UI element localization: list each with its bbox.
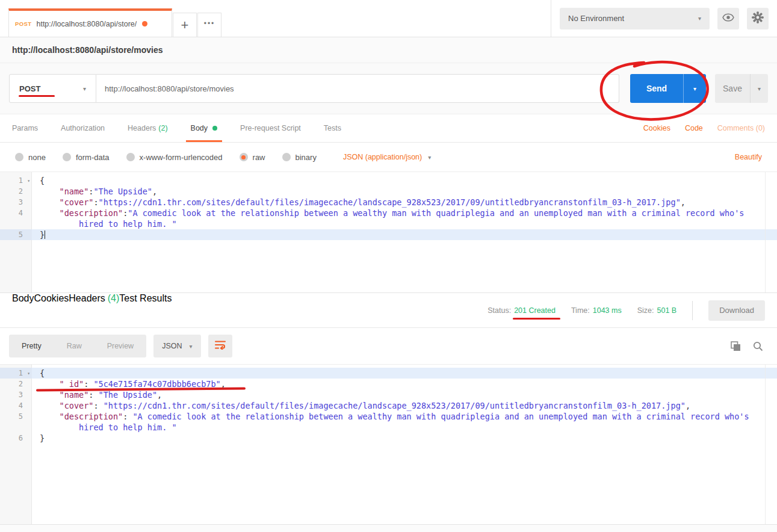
code-token: :	[84, 379, 93, 389]
code-line: 2 "_id": "5c4e715fa74c07dbbb6ecb7b",	[0, 379, 777, 389]
line-number: 1▾	[0, 368, 32, 379]
red-underline-annotation	[19, 95, 55, 97]
code-line: 4 "cover": "https://cdn1.thr.com/sites/d…	[0, 400, 777, 411]
download-button[interactable]: Download	[708, 300, 765, 321]
view-raw[interactable]: Raw	[54, 335, 94, 357]
code-line: 3 "name": "The Upside",	[0, 389, 777, 400]
code-token: }	[40, 433, 45, 443]
wrap-lines-button[interactable]	[208, 335, 232, 357]
bottom-scrollbar-strip[interactable]	[0, 524, 777, 532]
body-type-radio-x-www-form-urlencoded[interactable]: x-www-form-urlencoded	[126, 153, 223, 162]
line-number: 2	[0, 379, 32, 389]
code-row: "description":"A comedic look at the rel…	[40, 208, 777, 218]
comments-link[interactable]: Comments (0)	[717, 124, 765, 132]
code-content: "_id": "5c4e715fa74c07dbbb6ecb7b",	[32, 379, 777, 389]
tab-headers[interactable]: Headers(2)	[128, 114, 168, 142]
view-preview[interactable]: Preview	[94, 335, 146, 357]
code-token	[40, 208, 60, 218]
tab-label: Params	[12, 124, 38, 132]
environment-selector[interactable]: No Environment ▾	[560, 8, 710, 29]
radio-label: binary	[296, 153, 317, 162]
tab-tests[interactable]: Tests	[324, 114, 341, 142]
line-number: 4	[0, 208, 32, 229]
send-options-button[interactable]: ▾	[683, 74, 706, 103]
request-body-editor[interactable]: 1▾{2 "name":"The Upside",3 "cover":"http…	[0, 172, 777, 293]
response-format-selector[interactable]: JSON ▾	[153, 335, 200, 357]
fold-caret-icon[interactable]: ▾	[27, 368, 30, 379]
code-line: 4 "description":"A comedic look at the r…	[0, 208, 777, 229]
response-section-tabs: BodyCookiesHeaders(4)Test Results Status…	[0, 293, 777, 328]
open-request-tab[interactable]: POST http://localhost:8080/api/store/	[8, 8, 172, 37]
code-token: ,	[686, 401, 690, 410]
send-button[interactable]: Send	[630, 74, 683, 103]
save-button[interactable]: Save	[715, 74, 750, 103]
code-token: "description"	[60, 412, 123, 421]
request-section-tabs: ParamsAuthorizationHeaders(2)BodyPre-req…	[0, 114, 777, 143]
postman-app: POST http://localhost:8080/api/store/ + …	[0, 0, 777, 532]
tab-label: Body	[191, 124, 208, 132]
tab-body[interactable]: Body	[191, 114, 218, 142]
settings-button[interactable]	[747, 8, 769, 29]
code-row: "cover":"https://cdn1.thr.com/sites/defa…	[40, 197, 777, 208]
environment-quick-look-button[interactable]	[717, 8, 739, 29]
tab-pre-request-script[interactable]: Pre-request Script	[240, 114, 301, 142]
gear-icon	[752, 11, 764, 26]
tab-authorization[interactable]: Authorization	[61, 114, 105, 142]
content-type-selector[interactable]: JSON (application/json) ▾	[343, 153, 431, 161]
code-token: :	[93, 401, 103, 410]
tab-params[interactable]: Params	[12, 114, 38, 142]
line-number: 6	[0, 433, 32, 444]
more-tabs-button[interactable]: •••	[197, 13, 221, 37]
radio-label: x-www-form-urlencoded	[140, 153, 223, 162]
tab-url-label: http://localhost:8080/api/store/	[36, 20, 137, 28]
code-content: "cover": "https://cdn1.thr.com/sites/def…	[32, 400, 777, 411]
body-type-radio-form-data[interactable]: form-data	[63, 153, 110, 162]
fold-caret-icon[interactable]: ▾	[27, 176, 30, 187]
copy-button[interactable]	[731, 341, 741, 351]
tab-headers[interactable]: Headers(4)	[69, 293, 119, 327]
body-type-radio-raw[interactable]: raw	[240, 153, 265, 162]
code-row: "description": "A comedic look at the re…	[40, 411, 777, 422]
tab-test-results[interactable]: Test Results	[119, 293, 172, 327]
tab-method-badge: POST	[15, 20, 31, 27]
wrap-lines-icon	[214, 340, 226, 352]
response-actions	[731, 341, 768, 351]
request-title-bar: http://localhost:8080/api/store/movies	[0, 37, 777, 63]
radio-label: raw	[253, 153, 265, 162]
response-meta: Status:201 CreatedTime:1043 msSize:501 B…	[488, 293, 765, 327]
code-token: "A comedic look at the relationship betw…	[132, 412, 749, 421]
tab-cookies[interactable]: Cookies	[34, 293, 69, 327]
tab-label: Test Results	[119, 293, 172, 303]
code-token: "_id"	[60, 379, 84, 389]
meta-size: Size:501 B	[637, 306, 676, 315]
code-link[interactable]: Code	[685, 124, 703, 132]
line-number: 2	[0, 186, 32, 197]
body-type-radio-none[interactable]: none	[15, 153, 46, 162]
view-pretty[interactable]: Pretty	[9, 335, 54, 357]
code-content: "description":"A comedic look at the rel…	[32, 208, 777, 229]
body-type-radio-binary[interactable]: binary	[282, 153, 317, 162]
environment-label: No Environment	[568, 14, 624, 23]
response-body-editor[interactable]: 1▾{2 "_id": "5c4e715fa74c07dbbb6ecb7b",3…	[0, 364, 777, 524]
search-button[interactable]	[753, 341, 763, 351]
code-token: ,	[157, 390, 162, 400]
tab-label: Cookies	[34, 293, 69, 303]
save-options-button[interactable]: ▾	[750, 74, 768, 103]
tab-body[interactable]: Body	[12, 293, 34, 327]
method-selector[interactable]: POST ▾	[9, 74, 96, 103]
code-line: 5 "description": "A comedic look at the …	[0, 411, 777, 433]
chevron-down-icon: ▾	[83, 85, 86, 92]
divider	[692, 301, 693, 320]
line-number: 3	[0, 197, 32, 208]
cookies-link[interactable]: Cookies	[643, 124, 670, 132]
tab-label: Tests	[324, 124, 341, 132]
code-line: 6}	[0, 433, 777, 444]
content-type-label: JSON (application/json)	[343, 153, 422, 161]
beautify-link[interactable]: Beautify	[735, 153, 762, 161]
new-tab-button[interactable]: +	[173, 13, 197, 37]
code-row: "name":"The Upside",	[40, 186, 777, 197]
code-token	[40, 412, 60, 421]
chevron-down-icon: ▾	[428, 154, 431, 161]
url-input[interactable]	[96, 74, 619, 103]
code-token: "The Upside"	[93, 187, 152, 196]
